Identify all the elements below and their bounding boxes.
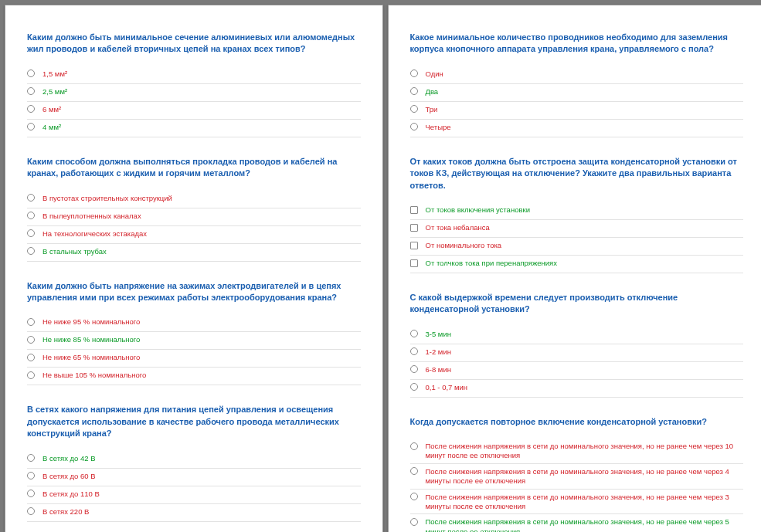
radio-icon[interactable] [27,354,35,361]
option-row[interactable]: Два [410,84,744,102]
radio-icon[interactable] [410,493,418,500]
page-right: Какое минимальное количество проводников… [388,5,762,532]
option-row[interactable]: 6 мм² [27,102,361,120]
option-row[interactable]: 4 мм² [27,120,361,137]
option-row[interactable]: В стальных трубах [27,244,361,262]
option-text: В стальных трубах [42,246,361,256]
radio-icon[interactable] [410,365,418,373]
radio-icon[interactable] [27,490,35,497]
option-row[interactable]: 3-5 мин [410,327,744,344]
option-row[interactable]: После снижения напряжения в сети до номи… [410,490,744,515]
option-text: В сетях до 60 В [42,471,361,481]
option-row[interactable]: Не выше 105 % номинального [27,368,361,385]
radio-icon[interactable] [27,336,35,344]
option-row[interactable]: После снижения напряжения в сети до номи… [410,514,744,532]
radio-icon[interactable] [27,472,35,479]
option-row[interactable]: В сетях до 60 В [27,469,361,486]
radio-icon[interactable] [410,383,418,391]
option-row[interactable]: После снижения напряжения в сети до номи… [410,464,744,490]
radio-icon[interactable] [27,318,35,326]
question-block: Каким способом должна выполняться прокла… [27,154,361,262]
option-row[interactable]: В пылеуплотненных каналах [27,208,361,226]
question-title: С какой выдержкой времени следует произв… [410,290,744,319]
option-text: 6 мм² [42,104,361,114]
option-row[interactable]: Не ниже 65 % номинального [27,350,361,368]
radio-icon[interactable] [27,194,35,202]
option-row[interactable]: На технологических эстакадах [27,226,361,244]
radio-icon[interactable] [410,467,418,475]
option-text: В сетях 220 В [42,507,361,517]
question-title: В сетях какого напряжения для питания це… [27,402,361,442]
checkbox-icon[interactable] [410,224,418,232]
option-row[interactable]: После снижения напряжения в сети до номи… [410,439,744,464]
question-title: Каким должно быть напряжение на зажимах … [27,279,361,307]
option-row[interactable]: Не ниже 85 % номинального [27,332,361,350]
option-row[interactable]: От тока небаланса [410,220,744,238]
option-row[interactable]: В сетях до 110 В [27,486,361,504]
radio-icon[interactable] [27,123,35,130]
radio-icon[interactable] [410,330,418,337]
option-row[interactable]: 1-2 мин [410,344,744,362]
radio-icon[interactable] [27,105,35,113]
option-text: В сетях до 110 В [42,489,361,499]
radio-icon[interactable] [27,454,35,462]
question-block: Каким должно быть минимальное сечение ал… [27,30,361,137]
question-block: В сетях какого напряжения для питания це… [27,402,361,521]
option-row[interactable]: Не ниже 95 % номинального [27,314,361,332]
option-row[interactable]: От токов включения установки [410,202,744,220]
option-text: Не ниже 65 % номинального [42,352,361,362]
option-text: 4 мм² [42,122,361,132]
option-text: В сетях до 42 В [42,453,361,463]
option-row[interactable]: От толчков тока при перенапряжениях [410,256,744,273]
radio-icon[interactable] [27,69,35,77]
question-block: От каких токов должна быть отстроена защ… [410,154,744,273]
radio-icon[interactable] [410,347,418,355]
option-text: После снижения напряжения в сети до номи… [426,517,744,532]
radio-icon[interactable] [27,229,35,237]
question-title: От каких токов должна быть отстроена защ… [410,154,744,195]
radio-icon[interactable] [410,105,418,113]
checkbox-icon[interactable] [410,206,418,214]
option-row[interactable]: Три [410,102,744,120]
radio-icon[interactable] [410,69,418,77]
option-text: От толчков тока при перенапряжениях [426,258,744,268]
page-left: Каким должно быть минимальное сечение ал… [5,5,383,532]
option-text: На технологических эстакадах [42,229,361,239]
question-title: Каким должно быть минимальное сечение ал… [27,30,361,59]
option-text: В пылеуплотненных каналах [42,211,361,221]
option-text: 2,5 мм² [42,86,361,97]
option-row[interactable]: В сетях до 42 В [27,451,361,469]
question-block: Какое минимальное количество проводников… [410,30,744,137]
question-block: Когда допускается повторное включение ко… [410,415,744,532]
radio-icon[interactable] [410,442,418,450]
option-row[interactable]: Четыре [410,120,744,137]
option-row[interactable]: От номинального тока [410,238,744,256]
option-row[interactable]: В пустотах строительных конструкций [27,191,361,208]
question-block: С какой выдержкой времени следует произв… [410,290,744,398]
option-row[interactable]: В сетях 220 В [27,504,361,522]
option-text: После снижения напряжения в сети до номи… [426,492,744,512]
option-text: После снижения напряжения в сети до номи… [426,441,744,461]
radio-icon[interactable] [27,507,35,515]
option-text: 1-2 мин [426,347,744,357]
option-text: Не выше 105 % номинального [42,370,361,380]
radio-icon[interactable] [27,247,35,255]
option-row[interactable]: Один [410,66,744,84]
checkbox-icon[interactable] [410,242,418,249]
radio-icon[interactable] [27,371,35,379]
option-row[interactable]: 0,1 - 0,7 мин [410,380,744,398]
radio-icon[interactable] [410,123,418,130]
option-row[interactable]: 2,5 мм² [27,84,361,102]
option-text: 3-5 мин [426,329,744,339]
option-text: В пустотах строительных конструкций [42,193,361,203]
radio-icon[interactable] [27,87,35,95]
checkbox-icon[interactable] [410,259,418,267]
question-title: Какое минимальное количество проводников… [410,30,744,59]
radio-icon[interactable] [410,518,418,526]
radio-icon[interactable] [410,87,418,95]
option-text: Три [426,104,744,114]
option-row[interactable]: 6-8 мин [410,362,744,380]
radio-icon[interactable] [27,212,35,219]
option-text: От токов включения установки [426,205,744,215]
option-row[interactable]: 1,5 мм² [27,66,361,84]
